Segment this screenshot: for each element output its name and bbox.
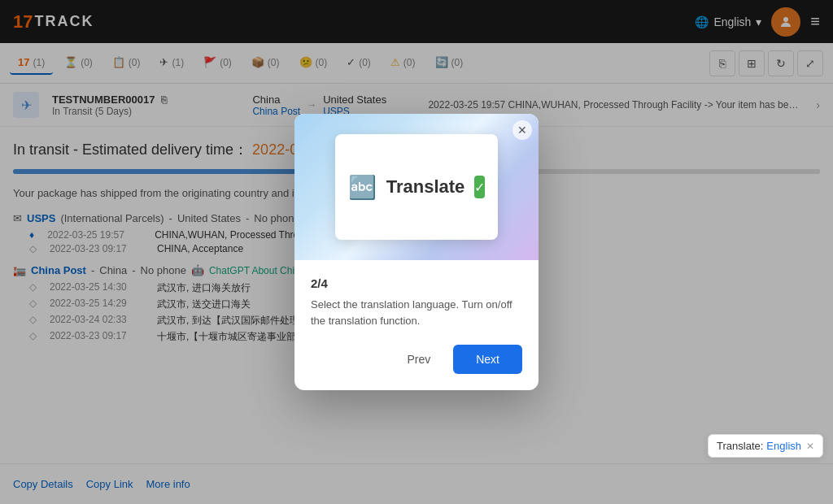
- modal-overlay: 🔤 Translate ✓ ✕ 2/4 Select the translati…: [0, 0, 833, 504]
- modal-body: 2/4 Select the translation language. Tur…: [294, 260, 539, 390]
- modal-close-button[interactable]: ✕: [512, 120, 532, 140]
- tutorial-modal: 🔤 Translate ✓ ✕ 2/4 Select the translati…: [294, 114, 539, 390]
- modal-description: Select the translation language. Turn on…: [311, 297, 522, 328]
- modal-step: 2/4: [311, 276, 522, 290]
- prev-button[interactable]: Prev: [394, 346, 443, 372]
- translate-badge-close-icon[interactable]: ✕: [806, 441, 814, 452]
- translate-a-icon: 🔤: [348, 174, 377, 201]
- translate-badge: Translate: English ✕: [708, 434, 823, 458]
- modal-footer: Prev Next: [311, 345, 522, 374]
- translate-badge-language[interactable]: English: [766, 440, 801, 452]
- translate-badge-label: Translate:: [717, 440, 763, 452]
- next-button[interactable]: Next: [453, 345, 522, 374]
- translate-word: Translate: [386, 176, 465, 198]
- translate-check-icon: ✓: [474, 176, 485, 198]
- modal-image-card: 🔤 Translate ✓: [335, 134, 498, 240]
- modal-image: 🔤 Translate ✓ ✕: [294, 114, 539, 260]
